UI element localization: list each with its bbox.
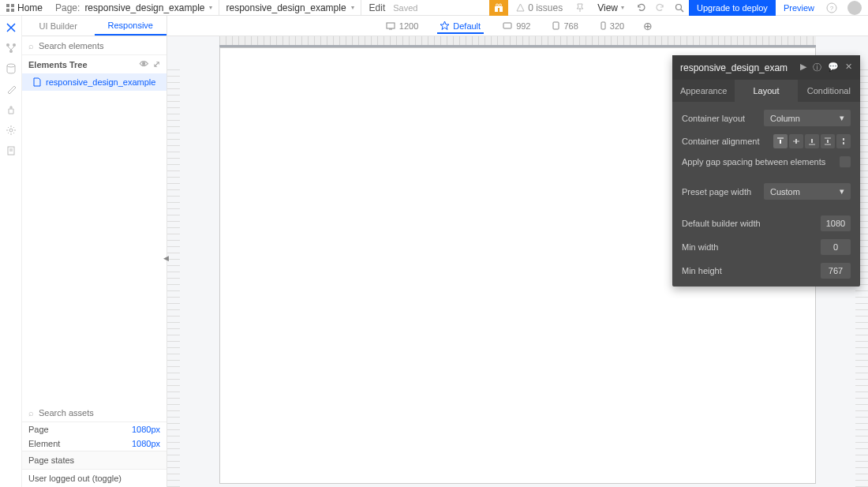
- warning-icon: [516, 3, 525, 12]
- play-icon[interactable]: ▶: [800, 62, 806, 73]
- upgrade-button[interactable]: Upgrade to deploy: [689, 0, 776, 16]
- tab-layout[interactable]: Layout: [735, 80, 797, 102]
- svg-point-7: [496, 4, 499, 6]
- tab-ui-builder[interactable]: UI Builder: [22, 16, 95, 36]
- comment-icon[interactable]: 💬: [828, 62, 839, 73]
- avatar[interactable]: [847, 1, 862, 15]
- preview-link[interactable]: Preview: [776, 3, 822, 13]
- expand-icon[interactable]: ⤢: [153, 59, 160, 69]
- svg-rect-3: [11, 9, 14, 12]
- preset-width-select[interactable]: Custom ▾: [764, 183, 851, 200]
- min-height-input[interactable]: [821, 263, 851, 279]
- alignment-buttons: [773, 134, 851, 148]
- pin-button[interactable]: [571, 0, 589, 16]
- container-layout-select[interactable]: Column ▾: [764, 110, 851, 126]
- min-height-label: Min height: [682, 266, 722, 275]
- breakpoint-992[interactable]: 992: [499, 18, 533, 34]
- property-panel-header[interactable]: responsive_design_exam ▶ ⓘ 💬 ✕: [672, 55, 860, 80]
- info-icon[interactable]: ⓘ: [813, 62, 821, 73]
- gift-button[interactable]: [489, 0, 508, 16]
- tablet-landscape-icon: [503, 22, 512, 29]
- design-tab-icon[interactable]: [6, 22, 17, 33]
- search-assets-row: ⌕: [22, 403, 166, 422]
- page-selector[interactable]: Page: responsive_design_example ▾: [49, 0, 219, 15]
- issues-button[interactable]: 0 issues: [508, 2, 571, 13]
- issues-count: 0 issues: [528, 2, 563, 13]
- gap-spacing-label: Apply gap spacing between elements: [682, 157, 825, 167]
- settings-tab-icon[interactable]: [6, 125, 17, 136]
- breakpoint-320[interactable]: 320: [597, 18, 627, 34]
- svg-rect-23: [503, 23, 511, 28]
- elements-tree-header: Elements Tree 👁 ⤢: [22, 55, 166, 73]
- svg-rect-27: [780, 140, 781, 144]
- chevron-down-icon: ▾: [351, 4, 354, 11]
- search-button[interactable]: [670, 0, 689, 16]
- container-layout-label: Container layout: [682, 114, 745, 123]
- close-icon[interactable]: ✕: [845, 62, 852, 73]
- min-width-label: Min width: [682, 242, 718, 252]
- undo-button[interactable]: [632, 0, 651, 16]
- help-button[interactable]: ?: [822, 0, 841, 16]
- collapse-panel-handle[interactable]: ◀: [163, 254, 168, 262]
- tab-appearance[interactable]: Appearance: [672, 80, 735, 102]
- align-bottom-button[interactable]: [805, 134, 819, 148]
- panel-tabs: UI Builder Responsive: [22, 16, 166, 36]
- svg-rect-36: [843, 142, 844, 144]
- preset-width-row: Preset page width Custom ▾: [682, 183, 851, 200]
- redo-button[interactable]: [651, 0, 670, 16]
- star-icon: [440, 21, 449, 30]
- search-elements-input[interactable]: [39, 41, 160, 51]
- svg-text:?: ?: [830, 5, 834, 12]
- icon-rail: [0, 16, 22, 487]
- view-selector[interactable]: responsive_design_example ▾: [219, 0, 361, 15]
- svg-rect-6: [495, 6, 503, 8]
- styles-tab-icon[interactable]: [6, 84, 17, 95]
- tree-item-page[interactable]: responsive_design_example: [22, 73, 166, 91]
- gap-spacing-checkbox[interactable]: [840, 156, 851, 167]
- svg-point-8: [499, 4, 502, 6]
- min-width-input[interactable]: [821, 239, 851, 255]
- plugins-tab-icon[interactable]: [6, 104, 17, 115]
- data-tab-icon[interactable]: [6, 63, 17, 74]
- default-width-input[interactable]: [821, 215, 851, 231]
- top-toolbar: Home Page: responsive_design_example ▾ r…: [0, 0, 868, 16]
- svg-rect-31: [811, 139, 813, 143]
- upgrade-label: Upgrade to deploy: [697, 3, 768, 13]
- default-width-label: Default builder width: [682, 219, 761, 228]
- tab-responsive[interactable]: Responsive: [95, 16, 167, 36]
- workflow-tab-icon[interactable]: [6, 43, 17, 54]
- svg-line-10: [681, 9, 683, 12]
- align-middle-button[interactable]: [789, 134, 803, 148]
- tree-item-label: responsive_design_example: [46, 77, 155, 87]
- help-icon: ?: [826, 2, 837, 13]
- view-menu[interactable]: View ▾: [589, 2, 632, 13]
- svg-rect-24: [553, 22, 559, 29]
- eye-icon[interactable]: 👁: [140, 59, 148, 69]
- breakpoint-bar: 1200 Default 992 768 320 ⊕: [167, 16, 868, 36]
- desktop-icon: [386, 22, 395, 30]
- add-breakpoint-button[interactable]: ⊕: [643, 20, 653, 32]
- breakpoint-1200[interactable]: 1200: [383, 18, 421, 34]
- align-space-between-button[interactable]: [821, 134, 835, 148]
- container-alignment-label: Container alignment: [682, 137, 759, 146]
- svg-rect-29: [795, 139, 797, 144]
- element-width-row: Element 1080px: [22, 436, 166, 451]
- search-assets-input[interactable]: [39, 408, 160, 418]
- state-user-logged-out[interactable]: User logged out (toggle): [22, 470, 166, 487]
- gift-icon: [494, 3, 503, 13]
- tab-conditional[interactable]: Conditional: [798, 80, 860, 102]
- align-top-button[interactable]: [773, 134, 788, 148]
- page-width-value[interactable]: 1080px: [132, 425, 160, 434]
- home-button[interactable]: Home: [0, 0, 49, 15]
- element-width-value[interactable]: 1080px: [132, 439, 160, 448]
- min-height-row: Min height: [682, 263, 851, 279]
- home-label: Home: [17, 2, 43, 13]
- logs-tab-icon[interactable]: [6, 145, 17, 156]
- view-menu-label: View: [597, 2, 618, 13]
- align-space-around-button[interactable]: [836, 134, 851, 148]
- tree-header-label: Elements Tree: [28, 60, 88, 69]
- page-name: responsive_design_example: [84, 2, 204, 13]
- breakpoint-default[interactable]: Default: [437, 18, 484, 34]
- breakpoint-768[interactable]: 768: [549, 18, 581, 34]
- page-icon: [33, 77, 41, 87]
